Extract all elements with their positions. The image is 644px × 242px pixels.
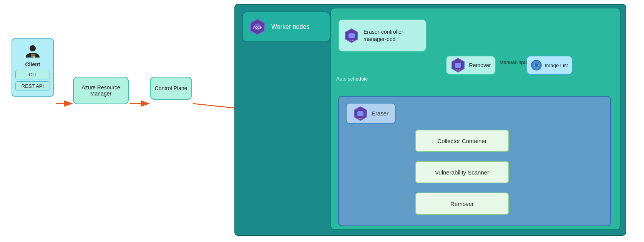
client-label: Client: [25, 61, 40, 67]
remover-bottom-box: Remover: [415, 193, 509, 215]
svg-rect-28: [33, 54, 35, 56]
arm-label: Azure Resource Manager: [81, 84, 120, 97]
remover-top-pod-icon: pod: [451, 58, 465, 72]
eraser-ctrl-pod-icon: pod: [344, 28, 359, 43]
client-person-icon: [24, 43, 41, 60]
cli-button[interactable]: CLI: [15, 70, 50, 79]
svg-rect-18: [455, 63, 461, 68]
eraser-pod-label: Eraser: [372, 110, 388, 117]
collector-label: Collector Container: [437, 138, 486, 144]
vulnerability-scanner-box: Vulnerability Scanner: [415, 161, 509, 183]
image-list-label: Image List: [545, 63, 568, 68]
svg-text:crd: crd: [535, 68, 538, 70]
control-plane-label: Control Plane: [155, 85, 188, 91]
svg-rect-30: [33, 56, 35, 58]
rest-api-button[interactable]: REST API: [15, 81, 50, 91]
remover-top-label: Remover: [469, 62, 491, 68]
auto-schedule-label: Auto schedule: [336, 76, 368, 82]
vulnerability-scanner-label: Vulnerability Scanner: [435, 169, 489, 176]
svg-rect-29: [31, 56, 33, 58]
remover-bottom-label: Remover: [450, 201, 474, 207]
worker-nodes-box: node Worker nodes: [242, 12, 330, 42]
client-box: Client CLI REST API: [12, 38, 54, 97]
svg-text:pod: pod: [456, 69, 460, 71]
svg-point-21: [535, 64, 538, 67]
diagram: node Worker nodes pod Eraser-controller-…: [0, 0, 644, 242]
svg-rect-24: [357, 111, 363, 116]
eraser-pod-icon: pod: [353, 106, 368, 121]
worker-nodes-label: Worker nodes: [271, 23, 309, 30]
eraser-pod-box: pod Eraser: [346, 103, 396, 124]
remover-top-box: pod Remover: [446, 56, 496, 75]
svg-rect-27: [31, 54, 33, 56]
svg-point-26: [30, 45, 36, 51]
image-list-box: crd Image List: [526, 56, 573, 75]
node-icon: node: [249, 18, 266, 35]
svg-rect-15: [349, 33, 355, 38]
eraser-ctrl-label: Eraser-controller-manager-pod: [363, 28, 420, 42]
eraser-controller-box: pod Eraser-controller-manager-pod: [338, 19, 427, 52]
svg-text:pod: pod: [359, 117, 362, 119]
image-list-icon: crd: [531, 60, 542, 71]
svg-text:node: node: [253, 25, 262, 30]
collector-container-box: Collector Container: [415, 130, 509, 152]
control-plane-box: Control Plane: [150, 77, 192, 100]
arm-box: Azure Resource Manager: [73, 77, 129, 104]
manual-input-label: Manual input: [500, 59, 528, 65]
svg-text:pod: pod: [350, 39, 354, 41]
